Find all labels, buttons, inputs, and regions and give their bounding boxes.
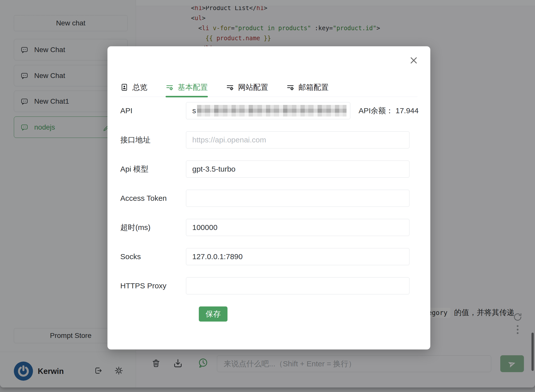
tab-site-config[interactable]: 网站配置 <box>226 78 268 97</box>
api-balance: API余额： 17.944 <box>359 106 418 116</box>
https-proxy-label: HTTPS Proxy <box>120 282 186 290</box>
api-key-redacted <box>197 105 347 116</box>
api-key-prefix: s <box>192 106 196 115</box>
list-settings-icon <box>286 83 294 91</box>
tab-label: 总览 <box>132 82 147 93</box>
settings-tabs: 总览 基本配置 网站配置 <box>120 78 417 97</box>
api-balance-value: 17.944 <box>396 106 419 115</box>
endpoint-input[interactable] <box>186 131 409 148</box>
tab-label: 网站配置 <box>238 82 268 93</box>
access-token-label: Access Token <box>120 194 186 203</box>
api-label: API <box>120 106 186 115</box>
settings-modal: 总览 基本配置 网站配置 <box>107 46 430 349</box>
tab-label: 基本配置 <box>178 82 208 93</box>
list-settings-icon <box>166 83 174 91</box>
model-label: Api 模型 <box>120 164 186 174</box>
api-key-input[interactable]: s <box>186 102 350 119</box>
save-button[interactable]: 保存 <box>199 306 227 322</box>
model-input[interactable] <box>186 161 409 178</box>
tab-label: 邮箱配置 <box>298 82 329 93</box>
timeout-input[interactable] <box>186 219 409 236</box>
tab-email-config[interactable]: 邮箱配置 <box>286 78 329 97</box>
https-proxy-input[interactable] <box>186 277 409 294</box>
socks-input[interactable] <box>186 248 409 265</box>
tab-overview[interactable]: 总览 <box>120 78 147 97</box>
access-token-input[interactable] <box>186 190 409 207</box>
active-tab-underline <box>166 96 208 97</box>
tab-basic-config[interactable]: 基本配置 <box>166 78 208 97</box>
close-icon[interactable] <box>409 56 418 65</box>
socks-label: Socks <box>120 252 186 261</box>
timeout-label: 超时(ms) <box>120 222 186 233</box>
api-balance-label: API余额： <box>359 106 393 115</box>
id-card-icon <box>120 83 128 91</box>
endpoint-label: 接口地址 <box>120 135 186 145</box>
list-settings-icon <box>226 83 234 91</box>
